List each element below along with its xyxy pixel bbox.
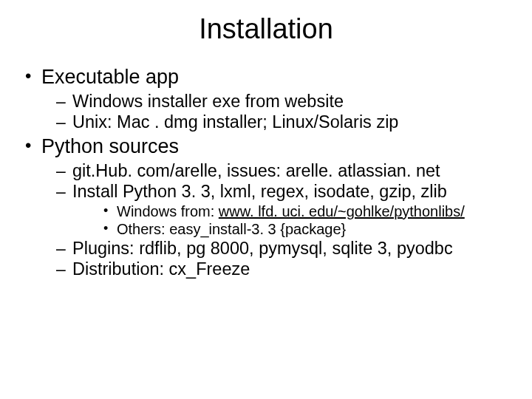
sub-sub-bullet: Others: easy_install-3. 3 {package} [72, 221, 510, 238]
pythonlibs-link[interactable]: www. lfd. uci. edu/~gohlke/pythonlibs/ [219, 203, 465, 219]
bullet-list: Executable app Windows installer exe fro… [22, 66, 510, 279]
bullet-text-prefix: Windows from: [117, 203, 219, 219]
sub-list: git.Hub. com/arelle, issues: arelle. atl… [41, 161, 510, 279]
bullet-executable-app: Executable app Windows installer exe fro… [22, 66, 510, 132]
bullet-text: Install Python 3. 3, lxml, regex, isodat… [72, 182, 447, 201]
sub-bullet: Unix: Mac . dmg installer; Linux/Solaris… [41, 112, 510, 132]
bullet-text: git.Hub. com/arelle, issues: arelle. atl… [72, 161, 440, 180]
sub-bullet: Distribution: cx_Freeze [41, 259, 510, 279]
sub-bullet: Windows installer exe from website [41, 92, 510, 112]
sub-bullet: git.Hub. com/arelle, issues: arelle. atl… [41, 161, 510, 181]
bullet-text: Windows installer exe from website [72, 92, 344, 111]
bullet-text: Python sources [41, 135, 179, 157]
sub-bullet: Plugins: rdflib, pg 8000, pymysql, sqlit… [41, 239, 510, 259]
slide: Installation Executable app Windows inst… [0, 0, 532, 399]
sub-sub-list: Windows from: www. lfd. uci. edu/~gohlke… [72, 203, 510, 238]
sub-list: Windows installer exe from website Unix:… [41, 92, 510, 132]
sub-bullet: Install Python 3. 3, lxml, regex, isodat… [41, 182, 510, 238]
bullet-text: Distribution: cx_Freeze [72, 259, 250, 279]
slide-title: Installation [22, 13, 510, 45]
sub-sub-bullet: Windows from: www. lfd. uci. edu/~gohlke… [72, 203, 510, 220]
bullet-text: Plugins: rdflib, pg 8000, pymysql, sqlit… [72, 239, 453, 258]
bullet-text: Others: easy_install-3. 3 {package} [117, 221, 346, 237]
bullet-text: Executable app [41, 66, 179, 88]
bullet-python-sources: Python sources git.Hub. com/arelle, issu… [22, 135, 510, 279]
bullet-text: Unix: Mac . dmg installer; Linux/Solaris… [72, 112, 398, 132]
